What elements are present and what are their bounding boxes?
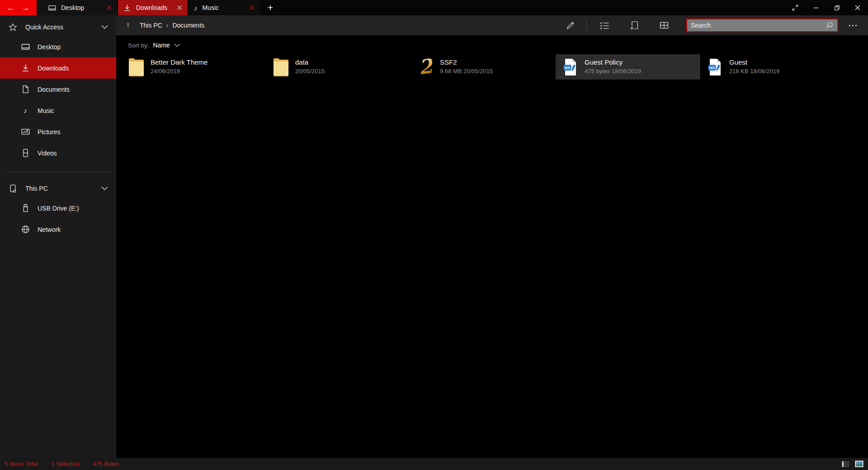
sidebar-item-documents[interactable]: Documents [0,79,116,100]
file-text: Better Dark Theme 24/06/2019 [151,58,208,75]
monitor-icon [48,4,56,12]
sidebar-item-pictures[interactable]: Pictures [0,121,116,142]
folder-icon [126,58,146,76]
quick-access-label: Quick Access [25,24,93,31]
this-pc-label: This PC [25,185,93,192]
file-item-data[interactable]: data 20/05/2015 [266,54,411,80]
file-name: SSF2 [440,58,493,67]
grid-view-button[interactable] [649,21,679,30]
sidebar-item-videos[interactable]: Videos [0,142,116,164]
sidebar-item-downloads[interactable]: Downloads [0,57,116,79]
file-item-ssf2[interactable]: 2 SSF2 9.68 MB 20/05/2015 [411,54,556,80]
file-text: data 20/05/2015 [295,58,325,75]
folder-icon [270,58,291,76]
sidebar-item-label: USB Drive (E:) [38,205,79,212]
fullscreen-icon [792,4,799,11]
nx-document-icon: NX [560,58,580,76]
file-meta: 9.68 MB 20/05/2015 [440,68,493,75]
sidebar-item-network[interactable]: Network [0,219,116,240]
tab-label: Music [203,4,245,11]
file-meta: 20/05/2015 [295,68,325,75]
sidebar-item-desktop[interactable]: Desktop [0,36,116,57]
status-selected-count: 1 Selected [51,461,79,467]
chevron-down-icon [174,43,180,47]
tab-music[interactable]: ♪ Music [189,0,260,15]
sidebar-item-label: Documents [38,86,70,93]
music-note-icon: ♪ [21,107,30,114]
details-view-icon[interactable] [842,461,849,467]
breadcrumb-current[interactable]: Documents [172,22,204,29]
sort-by-label: Sort by: [128,42,149,49]
minimize-button[interactable] [806,0,826,15]
status-items-total: 5 Items Total [5,461,38,467]
ssf2-glyph: 2 [417,56,433,78]
tab-desktop[interactable]: Desktop [37,0,117,15]
toolbar-divider [586,20,587,30]
chevron-down-icon[interactable] [101,25,108,29]
sidebar-divider [6,172,110,172]
file-item-guest-policy[interactable]: NX Guest Policy 475 bytes 18/06/2019 [556,54,700,80]
ellipsis-icon [849,25,850,26]
sidebar-item-usb-drive[interactable]: USB Drive (E:) [0,197,116,219]
search-input[interactable] [691,22,826,29]
file-list-area: Sort by: Name Better Dark Theme 24/06/20… [116,35,868,458]
nx-document-icon: NX [704,58,725,76]
more-options-button[interactable] [843,25,863,26]
document-icon [21,85,30,94]
sort-row: Sort by: Name [116,35,868,49]
forward-icon[interactable]: → [22,4,29,12]
sidebar-item-label: Desktop [38,43,61,51]
monitor-icon [21,42,30,51]
up-arrow-icon: ↑ [126,21,130,30]
multiselect-button[interactable] [590,21,619,30]
tab-label: Desktop [61,4,101,11]
file-item-guest[interactable]: NX Guest 216 KB 18/06/2019 [700,54,845,80]
search-icon[interactable] [826,21,834,29]
status-bar: 5 Items Total 1 Selected 475 Bytes [0,458,868,470]
pictures-icon [21,127,30,136]
thumbnail-view-icon[interactable] [855,461,863,467]
multiselect-icon [599,21,609,30]
restore-button[interactable] [826,0,847,15]
file-manager-window: ← → Desktop Downloads ♪ Music [0,0,868,470]
new-tab-button[interactable]: + [260,0,281,15]
tab-bar: ← → Desktop Downloads ♪ Music [0,0,868,15]
videos-icon [21,149,30,157]
tab-close-icon[interactable] [106,5,112,10]
sidebar-item-label: Network [38,226,61,233]
toolbar: ↑ This PC › Documents [116,15,868,35]
minimize-icon [813,5,819,11]
tab-label: Downloads [136,4,172,11]
file-meta: 216 KB 18/06/2019 [729,68,779,75]
this-pc-header[interactable]: This PC [0,179,116,197]
breadcrumb-root[interactable]: This PC [140,22,162,29]
file-name: Better Dark Theme [151,58,208,67]
rename-button[interactable] [557,21,584,30]
new-window-button[interactable] [619,21,649,30]
window-controls [785,0,868,15]
ellipsis-icon [852,25,854,26]
restore-icon [834,5,840,11]
tab-close-icon[interactable] [177,5,182,10]
ellipsis-icon [855,25,857,26]
download-icon [21,64,30,72]
fullscreen-button[interactable] [785,0,806,15]
file-text: Guest Policy 475 bytes 18/06/2019 [585,58,641,75]
sort-dropdown[interactable]: Name [153,42,180,49]
sidebar-item-label: Music [38,107,54,114]
download-icon [123,4,131,12]
close-icon [854,5,861,11]
search-box[interactable] [686,19,838,32]
file-item-better-dark-theme[interactable]: Better Dark Theme 24/06/2019 [122,54,266,80]
breadcrumb-separator: › [166,22,169,29]
up-button[interactable]: ↑ [116,21,140,30]
tab-downloads-active[interactable]: Downloads [118,0,188,15]
breadcrumb: This PC › Documents [140,22,204,29]
pc-icon [8,184,17,193]
close-button[interactable] [847,0,868,15]
chevron-down-icon[interactable] [101,186,108,191]
quick-access-header[interactable]: Quick Access [0,18,116,36]
back-icon[interactable]: ← [7,4,15,12]
sidebar-item-music[interactable]: ♪ Music [0,100,116,121]
tab-close-icon[interactable] [249,5,255,10]
